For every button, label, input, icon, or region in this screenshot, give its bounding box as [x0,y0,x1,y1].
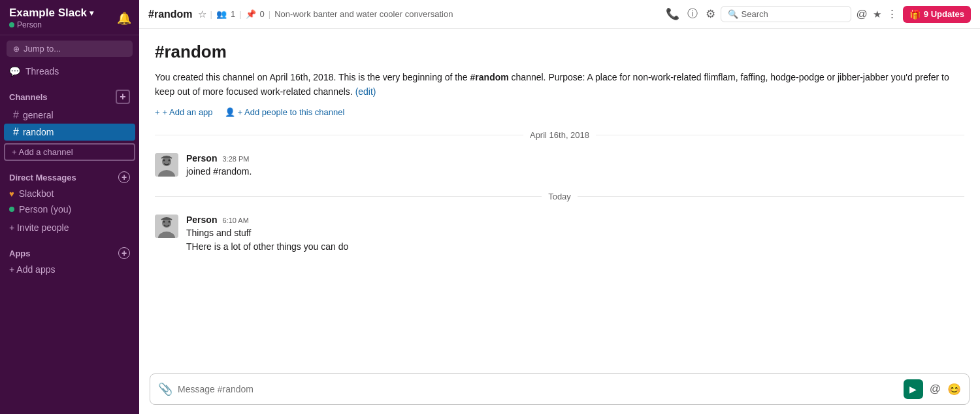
topbar-pins-count: 0 [260,9,265,19]
message-input[interactable] [178,384,898,394]
topbar-icons: 📞 ⓘ ⚙ [666,7,715,21]
avatar-2 [155,215,178,238]
message-header-2: Person 6:10 AM [186,215,964,225]
send-icon: ▶ [909,384,917,394]
channel-welcome-title: #random [155,42,964,62]
sidebar-item-random[interactable]: # random [4,124,135,141]
sidebar: Example Slack ▾ Person 🔔 ⊕ Jump to... 💬 … [0,0,139,414]
avatar-1 [155,153,178,177]
channels-section: Channels + [0,80,139,107]
message-input-box: 📎 ▶ @ 😊 [150,373,970,405]
add-app-circle-icon[interactable]: + [118,247,130,259]
add-channel-button[interactable]: + Add a channel [4,143,135,161]
person-you-label: Person (you) [19,204,71,215]
date-today-text: Today [548,192,571,201]
search-placeholder: Search [742,9,768,19]
starred-icon[interactable]: ★ [873,9,881,20]
slackbot-heart-icon: ♥ [9,189,14,199]
add-dm-icon[interactable]: + [118,171,130,183]
dm-section: Direct Messages + [0,162,139,186]
person-icon: 👤 [225,107,235,117]
message-header-1: Person 3:28 PM [186,153,964,164]
date-divider-april: April 16th, 2018 [155,130,964,140]
workspace-chevron-icon: ▾ [90,9,93,18]
channel-content: #random You created this channel on Apri… [139,29,980,367]
emoji-icon[interactable]: 😊 [947,383,961,396]
search-icon: 🔍 [728,9,738,19]
topbar-star-icon[interactable]: ☆ [198,9,206,20]
search-bar[interactable]: 🔍 Search [721,6,851,22]
svg-point-3 [163,159,165,161]
topbar-members-count: 1 [231,9,235,19]
add-people-button[interactable]: 👤 + Add people to this channel [225,107,345,117]
message-text-2a: Things and stuff [186,226,964,240]
add-channel-icon-button[interactable]: + [116,90,130,104]
more-icon[interactable]: ⋮ [887,7,898,21]
message-row-2: Person 6:10 AM Things and stuff THere is… [155,212,964,256]
date-april-text: April 16th, 2018 [530,130,589,140]
apps-section-label: Apps [9,249,31,258]
attach-icon[interactable]: 📎 [158,382,172,396]
date-divider-today: Today [155,192,964,201]
plus-icon: + [155,107,160,117]
add-apps-button[interactable]: + Add apps [0,262,139,280]
channel-actions: + + Add an app 👤 + Add people to this ch… [155,107,964,117]
updates-label: 9 Updates [924,9,964,19]
svg-point-8 [163,220,165,222]
jump-to-button[interactable]: ⊕ Jump to... [7,41,133,57]
add-people-label: + Add people to this channel [238,107,345,117]
random-channel-label: random [23,127,54,137]
apps-section: Apps + [0,238,139,262]
sidebar-header: Example Slack ▾ Person 🔔 [0,0,139,35]
message-author-1: Person [186,153,217,164]
sidebar-item-general[interactable]: # general [4,107,135,124]
message-time-2: 6:10 AM [222,216,248,224]
main-panel: #random ☆ | 👥 1 | 📌 0 | Non-work banter … [139,0,980,414]
gift-icon: 🎁 [909,9,921,20]
mention-icon[interactable]: @ [857,8,868,21]
phone-icon[interactable]: 📞 [666,7,679,21]
hash-icon: # [13,126,19,138]
hash-icon: # [13,109,19,121]
slackbot-label: Slackbot [19,188,54,199]
channel-description: You created this channel on April 16th, … [155,70,964,99]
invite-people-button[interactable]: + Invite people [0,217,139,238]
settings-icon[interactable]: ⚙ [706,7,715,21]
person-status-dot-icon [9,207,14,212]
add-app-button[interactable]: + + Add an app [155,107,213,117]
message-text-1: joined #random. [186,165,964,179]
add-channel-label: + Add a channel [12,147,73,157]
updates-button[interactable]: 🎁 9 Updates [903,6,971,23]
add-apps-label: + Add apps [9,264,55,275]
threads-label: Threads [25,66,59,77]
dm-item-slackbot[interactable]: ♥ Slackbot [0,186,139,201]
workspace-name[interactable]: Example Slack ▾ [9,7,93,20]
channels-label: Channels [9,92,48,102]
status-dot-icon [9,22,14,27]
dm-item-person[interactable]: Person (you) [0,201,139,217]
workspace-status-text: Person [17,20,42,29]
send-button[interactable]: ▶ [904,379,923,399]
topbar: #random ☆ | 👥 1 | 📌 0 | Non-work banter … [139,0,980,29]
channel-desc-edit-link[interactable]: (edit) [355,86,376,97]
input-actions: ▶ @ 😊 [904,379,961,399]
topbar-description: Non-work banter and water cooler convers… [274,9,453,19]
info-icon[interactable]: ⓘ [687,7,698,21]
message-row-1: Person 3:28 PM joined #random. [155,150,964,181]
general-channel-label: general [23,110,54,120]
sidebar-item-threads[interactable]: 💬 Threads [0,62,139,80]
topbar-pins-icon: 📌 [246,9,256,19]
svg-point-4 [169,159,171,161]
invite-people-label: + Invite people [9,222,69,233]
message-content-1: Person 3:28 PM joined #random. [186,153,964,179]
jump-to-label: Jump to... [24,44,61,54]
topbar-members-icon: 👥 [216,9,227,19]
at-mention-icon[interactable]: @ [930,383,941,396]
message-content-2: Person 6:10 AM Things and stuff THere is… [186,215,964,254]
channel-desc-prefix: You created this channel on April 16th, … [155,72,470,82]
message-time-1: 3:28 PM [222,155,249,163]
message-text-2b: THere is a lot of other things you can d… [186,240,964,254]
add-app-label: + Add an app [163,107,213,117]
notification-bell-icon[interactable]: 🔔 [117,11,131,26]
workspace-name-text: Example Slack [9,7,87,20]
